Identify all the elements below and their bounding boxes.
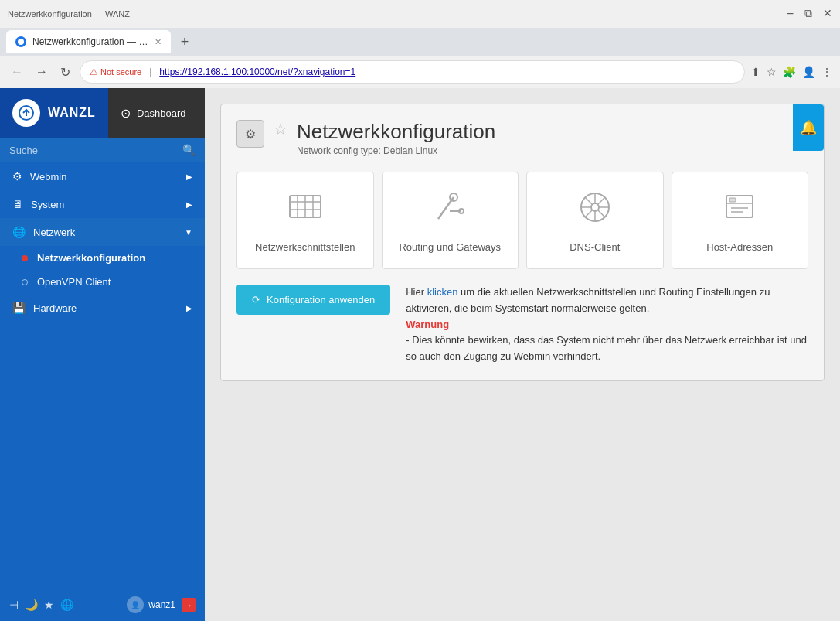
reload-button[interactable]: ↻ <box>57 62 73 83</box>
darkmode-icon[interactable]: 🌙 <box>25 599 38 611</box>
sidebar-item-netzwerk[interactable]: 🌐 Netzwerk ▼ <box>0 218 205 246</box>
search-icon: 🔍 <box>182 144 196 156</box>
main-content: ⚙ ☆ Netzwerkkonfiguration Network config… <box>205 88 840 621</box>
extension-icon[interactable]: 🧩 <box>783 66 796 78</box>
search-bar: 🔍 <box>0 138 205 162</box>
chevron-down-icon: ▼ <box>185 228 192 237</box>
user-info: 👤 wanz1 <box>127 596 175 613</box>
sidebar-item-hardware[interactable]: 💾 Hardware ▶ <box>0 294 205 322</box>
browser-tab[interactable]: Netzwerkkonfiguration — WANZ ✕ <box>6 30 171 53</box>
sidebar: WANZL ⊙ Dashboard 🔍 ⚙ Webmin ▶ 🖥 System … <box>0 88 205 621</box>
dashboard-button[interactable]: ⊙ Dashboard <box>108 88 205 138</box>
netzwerk-icon: 🌐 <box>12 226 26 238</box>
card-routing-gateways[interactable]: Routing und Gateways <box>382 172 519 269</box>
apply-icon: ⟳ <box>252 294 260 305</box>
sidebar-logo: WANZL <box>0 88 108 138</box>
svg-point-14 <box>591 203 599 211</box>
favorites-icon[interactable]: ★ <box>44 599 54 611</box>
panel-title-area: Netzwerkkonfiguration Network config typ… <box>297 120 784 156</box>
routing-gateways-icon <box>430 188 469 234</box>
address-field[interactable]: ⚠ Not secure | https://192.168.1.100:100… <box>80 60 745 84</box>
url-display: https://192.168.1.100:10000/net/?xnaviga… <box>159 67 355 77</box>
gear-icon: ⚙ <box>245 127 256 142</box>
content-area: ⚙ ☆ Netzwerkkonfiguration Network config… <box>205 88 840 621</box>
sidebar-subitem-openvpn[interactable]: OpenVPN Client <box>0 270 205 294</box>
host-adressen-icon <box>720 188 759 234</box>
hardware-icon: 💾 <box>12 302 26 314</box>
content-panel: ⚙ ☆ Netzwerkkonfiguration Network config… <box>220 104 825 381</box>
browser-title: Netzwerkkonfiguration — WANZ <box>8 9 130 19</box>
active-dot <box>22 255 28 261</box>
sidebar-item-webmin[interactable]: ⚙ Webmin ▶ <box>0 162 205 190</box>
svg-point-0 <box>18 39 24 45</box>
address-actions: ⬆ ☆ 🧩 👤 ⋮ <box>751 66 832 78</box>
inactive-dot <box>22 279 28 285</box>
info-text-part2: um die aktuellen Netzwerkschnittstellen … <box>406 286 770 314</box>
forward-button[interactable]: → <box>32 62 51 82</box>
sidebar-subitem-label-openvpn: OpenVPN Client <box>37 276 111 288</box>
dashboard-icon: ⊙ <box>121 106 131 121</box>
sidebar-header: WANZL ⊙ Dashboard <box>0 88 205 138</box>
apply-configuration-button[interactable]: ⟳ Konfiguration anwenden <box>236 285 390 315</box>
window-controls: − ⧉ ✕ <box>787 7 832 21</box>
minimize-icon[interactable]: − <box>787 7 794 21</box>
avatar: 👤 <box>127 596 144 613</box>
chevron-right-icon-2: ▶ <box>186 200 192 209</box>
card-label-routing-gateways: Routing und Gateways <box>399 241 501 253</box>
new-tab-button[interactable]: + <box>174 31 196 53</box>
url-separator: | <box>149 67 151 77</box>
profile-icon[interactable]: 👤 <box>802 66 815 78</box>
share-icon[interactable]: ⬆ <box>751 66 760 78</box>
sidebar-subitem-label-netzwerkkonfiguration: Netzwerkkonfiguration <box>37 252 145 264</box>
panel-header: ⚙ ☆ Netzwerkkonfiguration Network config… <box>236 120 808 156</box>
sidebar-item-label-hardware: Hardware <box>33 302 77 314</box>
close-icon[interactable]: ✕ <box>823 7 832 21</box>
logout-button[interactable]: → <box>182 598 196 612</box>
cards-grid: Netzwerkschnitt­stellen Routing <box>236 172 808 269</box>
panel-settings-button[interactable]: ⚙ <box>236 120 264 148</box>
sidebar-item-system[interactable]: 🖥 System ▶ <box>0 190 205 218</box>
tab-close-button[interactable]: ✕ <box>155 37 162 47</box>
warning-text: - Dies könnte bewirken, dass das System … <box>406 334 807 362</box>
sidebar-subitem-netzwerkkonfiguration[interactable]: Netzwerkkonfiguration <box>0 246 205 270</box>
not-secure-indicator: ⚠ Not secure <box>90 67 141 77</box>
svg-line-22 <box>585 210 592 217</box>
chevron-right-icon: ▶ <box>186 172 192 181</box>
info-section: ⟳ Konfiguration anwenden Hier klicken um… <box>236 285 808 365</box>
username-label: wanz1 <box>148 599 175 610</box>
info-text-part1: Hier <box>406 286 427 298</box>
info-link[interactable]: klicken <box>427 286 458 298</box>
card-label-host-adressen: Host-Adressen <box>706 241 773 253</box>
globe-icon[interactable]: 🌐 <box>60 599 73 611</box>
card-label-netzwerkschnittstellen: Netzwerkschnitt­stellen <box>255 241 355 253</box>
favorite-star-icon[interactable]: ☆ <box>274 120 287 138</box>
restore-icon[interactable]: ⧉ <box>804 7 812 21</box>
logo-text: WANZL <box>48 106 96 120</box>
svg-rect-27 <box>729 198 736 202</box>
chevron-right-icon-3: ▶ <box>186 304 192 312</box>
card-netzwerkschnittstellen[interactable]: Netzwerkschnitt­stellen <box>236 172 374 269</box>
menu-icon[interactable]: ⋮ <box>821 66 832 78</box>
dashboard-label: Dashboard <box>137 107 186 119</box>
sidebar-footer: ⊣ 🌙 ★ 🌐 👤 wanz1 → <box>0 589 205 621</box>
svg-line-21 <box>598 197 605 204</box>
sidebar-item-label-webmin: Webmin <box>30 171 66 183</box>
svg-line-19 <box>585 197 592 204</box>
card-label-dns-client: DNS-Client <box>570 241 620 253</box>
url-link: https://192.168.1.100:10000/net/?xnaviga… <box>159 67 355 77</box>
tab-favicon <box>15 36 26 47</box>
dns-client-icon <box>576 188 614 234</box>
search-input[interactable] <box>9 145 176 156</box>
notification-bell-button[interactable]: 🔔 <box>793 104 824 151</box>
warning-label: Warnung <box>406 319 449 330</box>
network-interfaces-icon <box>286 188 325 234</box>
bookmark-icon[interactable]: ☆ <box>767 66 777 78</box>
system-icon: 🖥 <box>12 198 23 210</box>
card-dns-client[interactable]: DNS-Client <box>526 172 664 269</box>
collapse-icon[interactable]: ⊣ <box>9 599 19 611</box>
page-subtitle: Network config type: Debian Linux <box>297 145 784 156</box>
apply-button-label: Konfiguration anwenden <box>267 294 375 305</box>
back-button[interactable]: ← <box>8 62 26 82</box>
card-host-adressen[interactable]: Host-Adressen <box>672 172 809 269</box>
logo-icon <box>12 99 40 127</box>
